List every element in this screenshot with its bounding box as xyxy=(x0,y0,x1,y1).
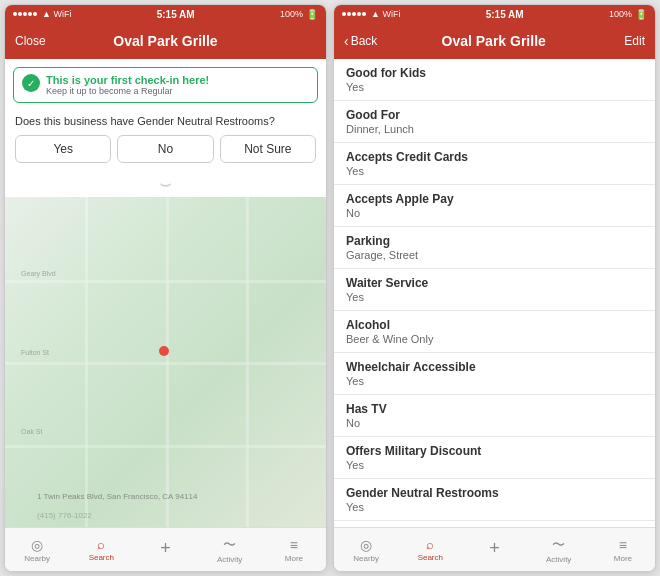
detail-value: Yes xyxy=(346,459,643,471)
right-header-title: Oval Park Grille xyxy=(377,33,610,49)
tab-nearby-label-right: Nearby xyxy=(353,554,379,563)
back-button[interactable]: ‹ Back xyxy=(344,33,377,49)
detail-item: Has TV No xyxy=(334,395,655,437)
detail-label: Gender Neutral Restrooms xyxy=(346,486,643,500)
detail-label: Waiter Service xyxy=(346,276,643,290)
yes-button[interactable]: Yes xyxy=(15,135,111,163)
left-status-signal: ▲ WiFi xyxy=(13,9,71,19)
detail-label: Accepts Apple Pay xyxy=(346,192,643,206)
detail-item: Good for Kids Yes xyxy=(334,59,655,101)
tab-more-label-right: More xyxy=(614,554,632,563)
detail-label: Wheelchair Accessible xyxy=(346,360,643,374)
right-carrier: ▲ WiFi xyxy=(371,9,400,19)
right-status-bar: ▲ WiFi 5:15 AM 100% 🔋 xyxy=(334,5,655,23)
more-icon-right: ≡ xyxy=(619,537,627,553)
back-chevron-icon: ‹ xyxy=(344,33,349,49)
right-battery: 100% 🔋 xyxy=(609,9,647,20)
left-header-title: Oval Park Grille xyxy=(50,33,281,49)
detail-label: Accepts Credit Cards xyxy=(346,150,643,164)
map-address: 1 Twin Peaks Blvd, San Francisco, CA 941… xyxy=(37,492,197,501)
detail-label: Good for Kids xyxy=(346,66,643,80)
detail-value: Yes xyxy=(346,81,643,93)
detail-value: Garage, Street xyxy=(346,249,643,261)
search-icon-right: ⌕ xyxy=(426,537,434,552)
tab-more-right[interactable]: ≡ More xyxy=(591,528,655,571)
drag-handle: ⌣ xyxy=(5,173,326,193)
checkin-main-text: This is your first check-in here! xyxy=(46,74,209,86)
right-time: 5:15 AM xyxy=(486,9,524,20)
left-content: ✓ This is your first check-in here! Keep… xyxy=(5,59,326,527)
tab-nearby-right[interactable]: ◎ Nearby xyxy=(334,528,398,571)
tab-search-right[interactable]: ⌕ Search xyxy=(398,528,462,571)
detail-value: No xyxy=(346,207,643,219)
detail-item: Accepts Apple Pay No xyxy=(334,185,655,227)
detail-value: Yes xyxy=(346,165,643,177)
checkin-icon: ✓ xyxy=(22,74,40,92)
tab-nearby[interactable]: ◎ Nearby xyxy=(5,528,69,571)
left-time: 5:15 AM xyxy=(157,9,195,20)
left-battery: 100% 🔋 xyxy=(280,9,318,20)
detail-item: Wheelchair Accessible Yes xyxy=(334,353,655,395)
activity-icon: 〜 xyxy=(223,536,236,554)
checkin-sub-text: Keep it up to become a Regular xyxy=(46,86,209,96)
detail-label: Offers Military Discount xyxy=(346,444,643,458)
detail-item: Accepts Credit Cards Yes xyxy=(334,143,655,185)
detail-item: Parking Garage, Street xyxy=(334,227,655,269)
map-grid xyxy=(5,197,326,527)
back-label: Back xyxy=(351,34,378,48)
add-icon-right: + xyxy=(489,538,500,560)
no-button[interactable]: No xyxy=(117,135,213,163)
left-tab-bar: ◎ Nearby ⌕ Search + 〜 Activity ≡ More xyxy=(5,527,326,571)
left-carrier: ▲ WiFi xyxy=(42,9,71,19)
detail-item: Waiter Service Yes xyxy=(334,269,655,311)
checkin-text: This is your first check-in here! Keep i… xyxy=(46,74,209,96)
not-sure-button[interactable]: Not Sure xyxy=(220,135,316,163)
map-phone: (415) 776-1022 xyxy=(37,511,92,520)
detail-label: Alcohol xyxy=(346,318,643,332)
detail-item: Offers Military Discount Yes xyxy=(334,437,655,479)
tab-activity[interactable]: 〜 Activity xyxy=(198,528,262,571)
tab-search[interactable]: ⌕ Search xyxy=(69,528,133,571)
right-tab-bar: ◎ Nearby ⌕ Search + 〜 Activity ≡ More xyxy=(334,527,655,571)
detail-value: No xyxy=(346,417,643,429)
right-phone: ▲ WiFi 5:15 AM 100% 🔋 ‹ Back Oval Park G… xyxy=(333,4,656,572)
nearby-icon: ◎ xyxy=(31,537,43,553)
close-button[interactable]: Close xyxy=(15,34,50,48)
tab-more-label: More xyxy=(285,554,303,563)
detail-item: Alcohol Beer & Wine Only xyxy=(334,311,655,353)
activity-icon-right: 〜 xyxy=(552,536,565,554)
map-label: Oak St xyxy=(21,428,42,435)
checkin-banner: ✓ This is your first check-in here! Keep… xyxy=(13,67,318,103)
nearby-icon-right: ◎ xyxy=(360,537,372,553)
detail-label: Parking xyxy=(346,234,643,248)
map-label: Geary Blvd xyxy=(21,270,56,277)
edit-button[interactable]: Edit xyxy=(610,34,645,48)
details-list: Good for Kids Yes Good For Dinner, Lunch… xyxy=(334,59,655,527)
left-header: Close Oval Park Grille xyxy=(5,23,326,59)
tab-add[interactable]: + xyxy=(133,528,197,571)
tab-search-label-right: Search xyxy=(418,553,443,562)
detail-value: Beer & Wine Only xyxy=(346,333,643,345)
detail-label: Good For xyxy=(346,108,643,122)
answer-buttons: Yes No Not Sure xyxy=(15,135,316,163)
detail-value: Yes xyxy=(346,291,643,303)
map-pin xyxy=(159,346,169,356)
search-icon: ⌕ xyxy=(97,537,105,552)
detail-item: Good For Dinner, Lunch xyxy=(334,101,655,143)
add-icon: + xyxy=(160,538,171,560)
right-header: ‹ Back Oval Park Grille Edit xyxy=(334,23,655,59)
map-label: Fulton St xyxy=(21,349,49,356)
tab-activity-label-right: Activity xyxy=(546,555,571,564)
tab-search-label: Search xyxy=(89,553,114,562)
detail-value: Yes xyxy=(346,375,643,387)
tab-add-right[interactable]: + xyxy=(462,528,526,571)
tab-more[interactable]: ≡ More xyxy=(262,528,326,571)
more-icon: ≡ xyxy=(290,537,298,553)
detail-value: Yes xyxy=(346,501,643,513)
left-status-bar: ▲ WiFi 5:15 AM 100% 🔋 xyxy=(5,5,326,23)
tab-activity-right[interactable]: 〜 Activity xyxy=(527,528,591,571)
detail-value: Dinner, Lunch xyxy=(346,123,643,135)
left-phone: ▲ WiFi 5:15 AM 100% 🔋 Close Oval Park Gr… xyxy=(4,4,327,572)
right-status-signal: ▲ WiFi xyxy=(342,9,400,19)
tab-nearby-label: Nearby xyxy=(24,554,50,563)
